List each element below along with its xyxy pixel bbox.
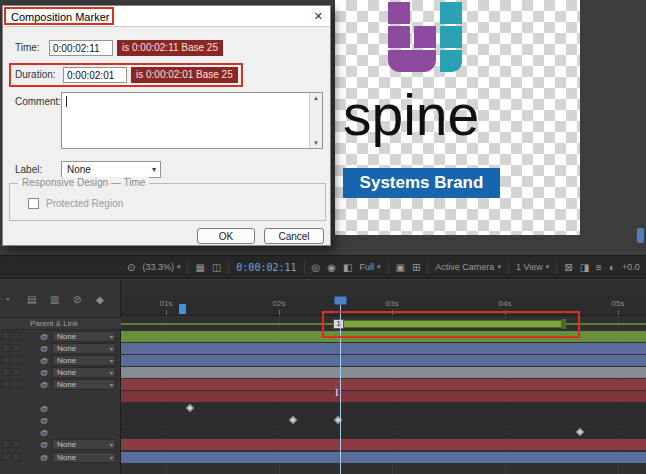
panel-scrollbar-thumb[interactable]: [637, 228, 644, 243]
time-input[interactable]: [49, 40, 113, 56]
chevron-down-icon: ▾: [110, 358, 113, 364]
protected-region-checkbox[interactable]: [28, 198, 39, 209]
comment-textarea[interactable]: ▲ ▼: [61, 92, 323, 149]
duration-info-highlight: is 0:00:02:01 Base 25: [131, 67, 238, 83]
comp-mini-flowchart-icon[interactable]: ◔: [4, 294, 10, 305]
parent-pickwhip-icon[interactable]: @: [40, 368, 48, 377]
layer-switch-box[interactable]: [2, 368, 10, 376]
parent-select[interactable]: None▾: [52, 439, 116, 450]
transparency-grid-icon[interactable]: ⊞: [412, 262, 420, 273]
parent-select[interactable]: None▾: [52, 367, 116, 378]
parent-pickwhip-icon[interactable]: @: [40, 332, 48, 341]
exposure-icon[interactable]: ◐: [609, 262, 615, 273]
parent-select[interactable]: None▾: [52, 355, 116, 366]
layer-bar-blue[interactable]: [121, 343, 646, 354]
view-layout-select[interactable]: 1 View: [516, 262, 543, 272]
label-select[interactable]: None ▾: [61, 161, 161, 178]
layer-bar-blue[interactable]: [121, 355, 646, 366]
fast-preview-icon[interactable]: ◨: [580, 262, 589, 273]
layer-switch-box[interactable]: [12, 332, 20, 340]
composition-marker-duration-bar[interactable]: [333, 320, 566, 328]
layer-switch-box[interactable]: [2, 344, 10, 352]
current-time-indicator-handle[interactable]: [334, 296, 347, 305]
ruler-marker[interactable]: [179, 304, 186, 314]
property-row[interactable]: @: [0, 415, 121, 426]
layer-switch-box[interactable]: [12, 440, 20, 448]
property-pickwhip-icon[interactable]: @: [40, 428, 48, 437]
exposure-value[interactable]: +0.0: [622, 262, 640, 272]
resolution-select[interactable]: Full: [359, 262, 374, 272]
layer-row[interactable]: @ None▾: [0, 355, 121, 366]
layer-switch-box[interactable]: [2, 380, 10, 388]
duration-input[interactable]: [63, 67, 127, 83]
current-time-indicator-line[interactable]: [340, 296, 341, 474]
layer-row[interactable]: @ None▾: [0, 367, 121, 378]
frame-blending-icon[interactable]: ⊘: [73, 294, 81, 305]
layer-row[interactable]: @ None▾: [0, 452, 121, 463]
layer-row[interactable]: @ None▾: [0, 331, 121, 342]
hide-shy-layers-icon[interactable]: ▥: [50, 294, 59, 305]
ruler-tick: [392, 310, 393, 315]
panel-menu-icon[interactable]: ≡: [596, 262, 602, 273]
parent-pickwhip-icon[interactable]: @: [40, 344, 48, 353]
layer-bar-gray[interactable]: [121, 367, 646, 378]
parent-select[interactable]: None▾: [52, 331, 116, 342]
show-channel-icon[interactable]: ◉: [327, 262, 336, 273]
time-ruler[interactable]: 01s 02s 03s 04s 05s: [121, 296, 646, 316]
cancel-button[interactable]: Cancel: [264, 228, 324, 244]
layer-row[interactable]: @ None▾: [0, 439, 121, 450]
grid-guides-icon[interactable]: ▦: [195, 262, 204, 273]
layer-bar-maroon[interactable]: [121, 439, 646, 450]
parent-pickwhip-icon[interactable]: @: [40, 356, 48, 365]
layer-bar-blue[interactable]: [121, 452, 646, 463]
motion-blur-icon[interactable]: ◆: [96, 294, 104, 305]
ok-button[interactable]: OK: [197, 228, 255, 244]
parent-select[interactable]: None▾: [52, 343, 116, 354]
parent-select[interactable]: None▾: [52, 379, 116, 390]
layer-switch-box[interactable]: [12, 453, 20, 461]
parent-pickwhip-icon[interactable]: @: [40, 380, 48, 389]
resolution-icon[interactable]: ◧: [343, 262, 352, 273]
camera-select[interactable]: Active Camera: [435, 262, 494, 272]
composition-marker-dialog[interactable]: Composition Marker ✕ Time: is 0:00:02:11…: [2, 5, 331, 246]
layer-switch-box[interactable]: [12, 368, 20, 376]
scroll-down-icon[interactable]: ▼: [313, 140, 319, 146]
layer-switch-box[interactable]: [12, 380, 20, 388]
layer-switch-box[interactable]: [12, 356, 20, 364]
composition-marker-end-handle[interactable]: [561, 319, 566, 329]
layer-switch-box[interactable]: [2, 332, 10, 340]
chevron-down-icon: ▾: [110, 334, 113, 340]
current-timecode[interactable]: 0:00:02:11: [236, 262, 296, 273]
layer-switch-box[interactable]: [12, 344, 20, 352]
toolbar-divider: [304, 260, 305, 274]
layer-bar-maroon[interactable]: [121, 379, 646, 390]
magnification-icon[interactable]: ⊙: [127, 262, 135, 273]
draft-3d-icon[interactable]: ▤: [27, 294, 36, 305]
region-of-interest-icon[interactable]: ▣: [396, 262, 405, 273]
mask-visibility-icon[interactable]: ◫: [212, 262, 221, 273]
scroll-up-icon[interactable]: ▲: [313, 95, 319, 101]
chevron-down-icon: ▾: [377, 263, 381, 271]
zoom-level-select[interactable]: (33.3%): [142, 262, 174, 272]
close-icon[interactable]: ✕: [314, 10, 323, 23]
layer-bar-green[interactable]: [121, 331, 646, 342]
layer-switch-box[interactable]: [2, 453, 10, 461]
composition-marker-flag[interactable]: 1: [333, 319, 344, 329]
textarea-scrollbar[interactable]: ▲ ▼: [309, 93, 322, 148]
snapshot-icon[interactable]: ◎: [312, 262, 321, 273]
layer-switch-box[interactable]: [2, 440, 10, 448]
property-pickwhip-icon[interactable]: @: [40, 416, 48, 425]
parent-pickwhip-icon[interactable]: @: [40, 440, 48, 449]
property-pickwhip-icon[interactable]: @: [40, 404, 48, 413]
layer-row[interactable]: @ None▾: [0, 343, 121, 354]
layer-row[interactable]: @ None▾: [0, 379, 121, 390]
property-row[interactable]: @: [0, 427, 121, 438]
parent-pickwhip-icon[interactable]: @: [40, 453, 48, 462]
layer-switch-box[interactable]: [2, 356, 10, 364]
dialog-title-bar[interactable]: Composition Marker ✕: [3, 6, 330, 27]
property-row[interactable]: @: [0, 403, 121, 414]
pixel-aspect-icon[interactable]: ⊠: [564, 262, 572, 273]
layer-bar-maroon[interactable]: [121, 391, 646, 402]
timeline-track-area[interactable]: 01s 02s 03s 04s 05s 1: [121, 280, 646, 474]
parent-select[interactable]: None▾: [52, 452, 116, 463]
